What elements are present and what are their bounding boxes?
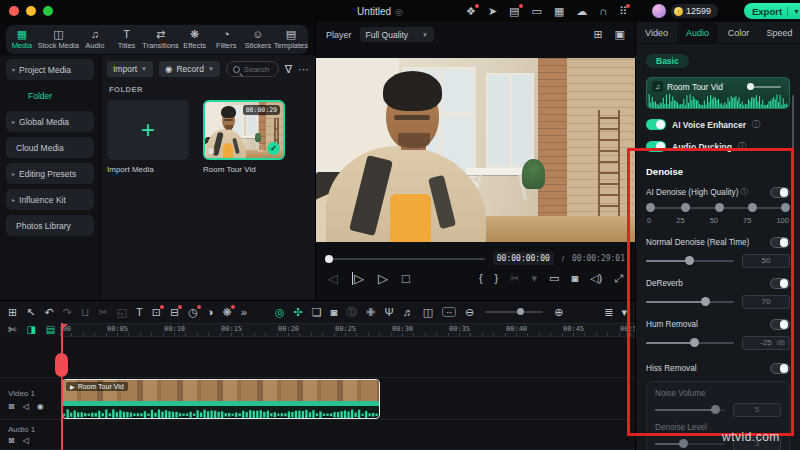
info-icon[interactable]: ⓘ	[738, 141, 746, 152]
dereverb-toggle[interactable]	[770, 278, 790, 289]
track-layout-icon[interactable]: ≣	[604, 307, 613, 318]
step-dot[interactable]	[646, 203, 655, 212]
lock-icon[interactable]: ⊠	[8, 403, 15, 411]
sidebar-item-global-media[interactable]: ▸ Global Media	[6, 111, 94, 132]
more-tools-icon[interactable]: »	[241, 307, 247, 318]
marker-bubble-icon[interactable]: ❏	[312, 307, 322, 318]
crop-icon[interactable]: ◱	[117, 307, 127, 318]
audio-clip-card[interactable]: ♫ Room Tour Vid	[646, 77, 790, 109]
step-dot[interactable]	[715, 203, 724, 212]
tab-templates[interactable]: ▤ Templates	[274, 29, 308, 50]
dereverb-value[interactable]: 70	[742, 295, 790, 309]
tab-audio[interactable]: ♫ Audio	[79, 29, 111, 50]
minimize-window-button[interactable]	[26, 6, 36, 16]
maximize-window-button[interactable]	[43, 6, 53, 16]
slider-handle[interactable]	[517, 308, 524, 315]
video-viewport[interactable]	[316, 58, 636, 242]
timeline-ruler[interactable]: 00:0000:0500:1000:1500:2000:2500:3000:35…	[60, 323, 635, 337]
audio-mixer-icon[interactable]: ♬	[403, 307, 414, 318]
playhead-marker[interactable]	[55, 353, 68, 377]
motion-track-icon[interactable]: ❋	[223, 307, 232, 318]
compare-view-icon[interactable]: ▣	[615, 29, 625, 40]
basic-pill[interactable]: Basic	[646, 54, 689, 68]
delete-icon[interactable]: ⊔	[81, 307, 90, 318]
clip-thumbnail[interactable]: 00:00:29 ▩ Ⓓ ✓	[203, 100, 285, 160]
sidebar-item-project-media[interactable]: ▾ Project Media	[6, 59, 94, 80]
import-button[interactable]: Import▼	[107, 61, 153, 77]
hiss-removal-toggle[interactable]	[770, 363, 790, 374]
render-preview-icon[interactable]: ◎	[275, 307, 285, 318]
split-caret-icon[interactable]: ▾	[531, 273, 537, 284]
mute-icon[interactable]: ◁	[23, 403, 29, 411]
redo-icon[interactable]: ↷	[63, 307, 72, 318]
normal-denoise-value[interactable]: 50	[742, 254, 790, 268]
fit-screen-icon[interactable]: ▭	[549, 273, 559, 284]
caret-down-icon[interactable]: ▾	[621, 307, 627, 318]
split-screen-icon[interactable]: ◫	[423, 307, 433, 318]
tab-stickers[interactable]: ☺ Stickers	[242, 29, 274, 50]
import-media-tile[interactable]: + Import Media	[107, 100, 189, 174]
slider-handle[interactable]	[747, 83, 754, 90]
ai-denoise-toggle[interactable]	[770, 187, 790, 198]
auto-reframe-icon[interactable]: ↔	[442, 307, 456, 317]
search-input[interactable]	[244, 65, 272, 74]
gift-icon[interactable]: ❖	[466, 6, 476, 17]
search-box[interactable]	[226, 61, 279, 77]
mark-in-icon[interactable]: {	[479, 273, 483, 284]
credits-badge[interactable]: ↑ 12599	[671, 4, 718, 18]
step-dot[interactable]	[748, 203, 757, 212]
import-media-dropzone[interactable]: +	[107, 100, 189, 160]
step-dot[interactable]	[681, 203, 690, 212]
previous-frame-icon[interactable]: ◁	[328, 272, 338, 285]
volume-icon[interactable]: ◁)	[590, 273, 602, 284]
export-button[interactable]: Export ▼	[744, 3, 800, 19]
pip-icon[interactable]: ⊡	[152, 307, 161, 318]
seek-handle[interactable]	[325, 255, 333, 263]
mask-icon[interactable]: ✙	[366, 307, 375, 318]
track-film-icon[interactable]: ▤	[46, 325, 55, 335]
clip-tile-room-tour-vid[interactable]: 00:00:29 ▩ Ⓓ ✓ Room Tour Vid	[203, 100, 285, 174]
export-queue-icon[interactable]: ▤	[509, 6, 519, 17]
share-icon[interactable]: ➤	[488, 6, 497, 17]
next-frame-icon[interactable]: ▷	[352, 272, 364, 285]
audio-ducking-toggle[interactable]	[646, 141, 666, 152]
apps-icon[interactable]: ⠿	[619, 6, 627, 17]
text-tool-icon[interactable]: T	[136, 307, 143, 318]
playhead-flag[interactable]	[62, 324, 68, 329]
hum-removal-toggle[interactable]	[770, 319, 790, 330]
layout-grid-icon[interactable]: ⊞	[8, 307, 17, 318]
denoise-level-slider[interactable]	[655, 439, 725, 448]
voiceover-mic-icon[interactable]: Ψ	[384, 307, 393, 318]
tab-color[interactable]: Color	[718, 22, 759, 43]
quality-select[interactable]: Full Quality▼	[360, 27, 434, 42]
noise-volume-slider[interactable]	[655, 405, 725, 414]
smart-cut-icon[interactable]: ✄	[8, 325, 16, 335]
tab-audio-settings[interactable]: Audio	[677, 22, 718, 43]
tab-filters[interactable]: ◔ Filters	[210, 29, 242, 50]
speed-icon[interactable]: ◷	[188, 307, 198, 318]
filter-icon[interactable]: ∇	[285, 64, 292, 75]
sidebar-item-editing-presets[interactable]: ▸ Editing Presets	[6, 163, 94, 184]
noise-volume-value[interactable]: 5	[733, 403, 781, 417]
support-icon[interactable]: ∩	[599, 6, 607, 17]
tab-media[interactable]: ▦ Media	[6, 29, 38, 50]
split-scissors-icon[interactable]: ✂	[98, 307, 107, 318]
info-icon[interactable]: ⓘ	[740, 187, 748, 197]
playhead[interactable]	[61, 323, 63, 450]
render-bar-icon[interactable]: ◨	[26, 325, 35, 335]
more-options-icon[interactable]: ···	[298, 64, 309, 75]
zoom-out-icon[interactable]: ⊖	[465, 307, 474, 318]
screen-record-icon[interactable]: ⊟	[170, 307, 179, 318]
seek-bar[interactable]	[326, 258, 485, 260]
color-wheel-icon[interactable]: ◑	[207, 307, 214, 318]
ai-denoise-step-slider[interactable]	[646, 203, 790, 213]
tab-titles[interactable]: T Titles	[111, 29, 143, 50]
tab-video[interactable]: Video	[636, 22, 677, 43]
info-icon[interactable]: ⓘ	[752, 119, 760, 130]
sidebar-item-cloud-media[interactable]: Cloud Media	[6, 137, 94, 158]
quick-split-icon[interactable]: ✂	[510, 273, 519, 284]
stop-icon[interactable]: □	[402, 272, 410, 285]
hide-icon[interactable]: ◉	[37, 403, 44, 411]
save-icon[interactable]: ▦	[554, 6, 564, 17]
slider-handle[interactable]	[685, 256, 694, 265]
